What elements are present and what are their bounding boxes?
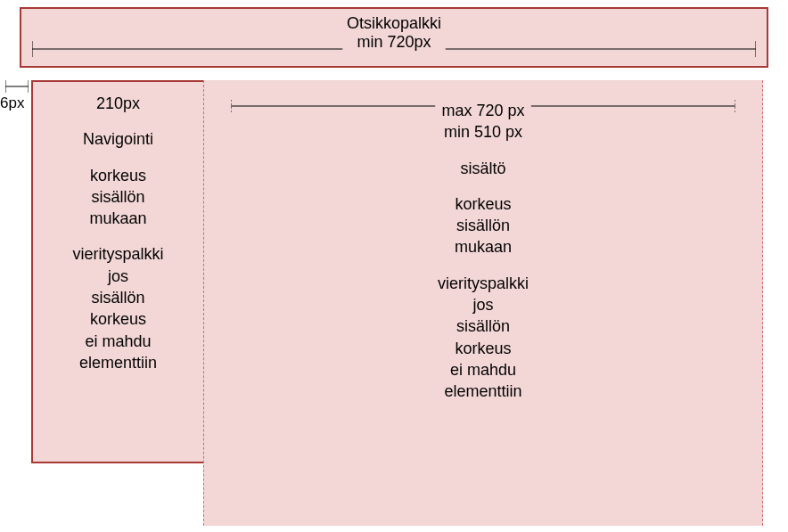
content-min-label: min 510 px xyxy=(204,121,762,143)
content-height-line3: mukaan xyxy=(204,236,762,258)
nav-scroll-line2: jos xyxy=(33,266,203,287)
nav-height-line1: korkeus xyxy=(33,165,203,186)
content-scroll-line6: elementtiin xyxy=(204,381,762,402)
nav-scroll-line3: sisällön xyxy=(33,287,203,308)
offset-ruler xyxy=(5,80,29,93)
content-scroll-line4: korkeus xyxy=(204,338,762,359)
header-title: Otsikkopalkki xyxy=(21,14,767,33)
content-height-line2: sisällön xyxy=(204,215,762,236)
content-scroll-line1: vierityspalkki xyxy=(204,273,762,294)
content-column: max 720 px min 510 px sisältö korkeus si… xyxy=(203,80,763,526)
content-scroll-line3: sisällön xyxy=(204,315,762,337)
content-height-line1: korkeus xyxy=(204,193,762,215)
nav-title: Navigointi xyxy=(33,128,203,150)
offset-label: 6px xyxy=(0,94,29,112)
nav-height-line2: sisällön xyxy=(33,186,203,208)
content-title: sisältö xyxy=(204,158,762,179)
content-scroll-line2: jos xyxy=(204,294,762,315)
nav-scroll-line5: ei mahdu xyxy=(33,331,203,352)
nav-width-label: 210px xyxy=(33,93,203,114)
nav-scroll-line4: korkeus xyxy=(33,308,203,330)
header-bar: Otsikkopalkki min 720px xyxy=(20,7,768,68)
nav-scroll-line6: elementtiin xyxy=(33,352,203,373)
content-scroll-line5: ei mahdu xyxy=(204,359,762,381)
header-width-label: min 720px xyxy=(21,33,767,52)
nav-scroll-line1: vierityspalkki xyxy=(33,243,203,265)
nav-height-line3: mukaan xyxy=(33,208,203,229)
content-max-label: max 720 px xyxy=(204,100,762,121)
nav-column: 210px Navigointi korkeus sisällön mukaan… xyxy=(31,80,205,463)
